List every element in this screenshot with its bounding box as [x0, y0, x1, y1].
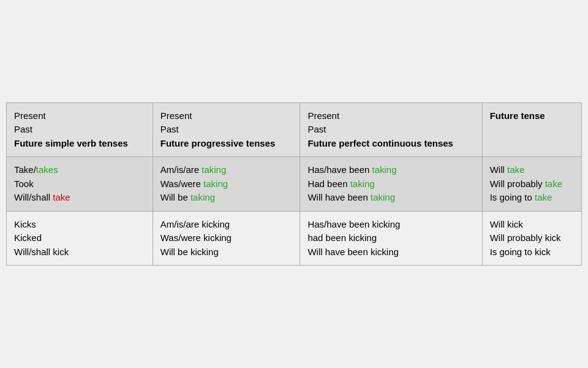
row2-col1: Kicks Kicked Will/shall kick [7, 211, 153, 266]
header-col1: Present Past Future simple verb tenses [7, 102, 153, 157]
row2-col4: Will kick Will probably kick Is going to… [482, 211, 581, 266]
row1-col2-willbe: Will be [160, 192, 190, 202]
row2-col4-isgoingto: Is going to kick [490, 247, 551, 257]
header-col2-line3: Future progressive tenses [160, 138, 276, 148]
row2-col3-willhave: Will have been kicking [307, 247, 398, 257]
row1-col4-take2: take [545, 178, 562, 189]
header-col1-line2: Past [14, 124, 32, 134]
row1-col4-take1: take [507, 164, 524, 175]
row2-col2-willbe: Will be kicking [160, 247, 219, 257]
row1-col2-taking2: taking [203, 178, 228, 189]
row1-col1-takes: takes [36, 164, 58, 175]
header-row: Present Past Future simple verb tenses P… [7, 102, 582, 157]
row1-col3-hashave: Has/have been [307, 164, 372, 175]
row1-col1-take-label: Take/ [14, 164, 36, 175]
row2-col1-willshall: Will/shall kick [14, 247, 69, 257]
row2-col3-hashave: Has/have been kicking [307, 219, 400, 229]
row1-col4-willprobably: Will probably [490, 178, 545, 189]
header-col4-line1: Future tense [490, 110, 545, 121]
header-col2-line1: Present [160, 110, 192, 121]
row1-col2-waswere: Was/were [160, 178, 203, 189]
row2-col4-will: Will kick [490, 219, 523, 229]
row2-col3-hadbeen: had been kicking [307, 232, 377, 243]
row1-col2-amis: Am/is/are [160, 164, 202, 175]
header-col2: Present Past Future progressive tenses [153, 102, 300, 157]
row1-col1: Take/takes Took Will/shall take [7, 157, 153, 212]
row2-col3: Has/have been kicking had been kicking W… [300, 211, 482, 266]
row1-col4-take3: take [535, 192, 552, 202]
row2-col1-kicked: Kicked [14, 232, 42, 243]
row2-col2-waswere: Was/were kicking [160, 232, 232, 243]
header-col3: Present Past Future perfect continuous t… [300, 102, 482, 157]
row1-col2-taking1: taking [202, 164, 226, 175]
row1-col1-will-shall: Will/shall [14, 192, 53, 202]
row1-col1-take: take [53, 192, 70, 202]
row1-col4: Will take Will probably take Is going to… [482, 157, 581, 212]
row1-col2-taking3: taking [190, 192, 215, 202]
grammar-table: Present Past Future simple verb tenses P… [6, 102, 582, 266]
row1-col3-taking1: taking [372, 164, 397, 175]
row2-col2: Am/is/are kicking Was/were kicking Will … [153, 211, 300, 266]
header-col1-line1: Present [14, 110, 46, 121]
header-col1-line3: Future simple verb tenses [14, 138, 128, 148]
header-col3-line3: Future perfect continuous tenses [307, 138, 453, 148]
row1-col3-taking3: taking [371, 192, 395, 202]
row2-col1-kicks: Kicks [14, 219, 36, 229]
header-col3-line2: Past [307, 124, 326, 134]
row1-col3: Has/have been taking Had been taking Wil… [300, 157, 482, 212]
row2-col4-willprobably: Will probably kick [490, 232, 561, 243]
row2-col2-amis: Am/is/are kicking [160, 219, 230, 229]
row1-col4-will: Will [490, 164, 507, 175]
row1-col3-willhave: Will have been [307, 192, 371, 202]
row1-col2: Am/is/are taking Was/were taking Will be… [153, 157, 300, 212]
row1-col3-taking2: taking [350, 178, 375, 189]
row1-col1-took: Took [14, 178, 34, 189]
header-col2-line2: Past [160, 124, 179, 134]
header-col3-line1: Present [307, 110, 339, 121]
data-row-2: Kicks Kicked Will/shall kick Am/is/are k… [7, 211, 582, 266]
row1-col3-hadbeen: Had been [307, 178, 350, 189]
row1-col4-isgoingto: Is going to [490, 192, 535, 202]
data-row-1: Take/takes Took Will/shall take Am/is/ar… [7, 157, 582, 212]
header-col4: Future tense [482, 102, 581, 157]
